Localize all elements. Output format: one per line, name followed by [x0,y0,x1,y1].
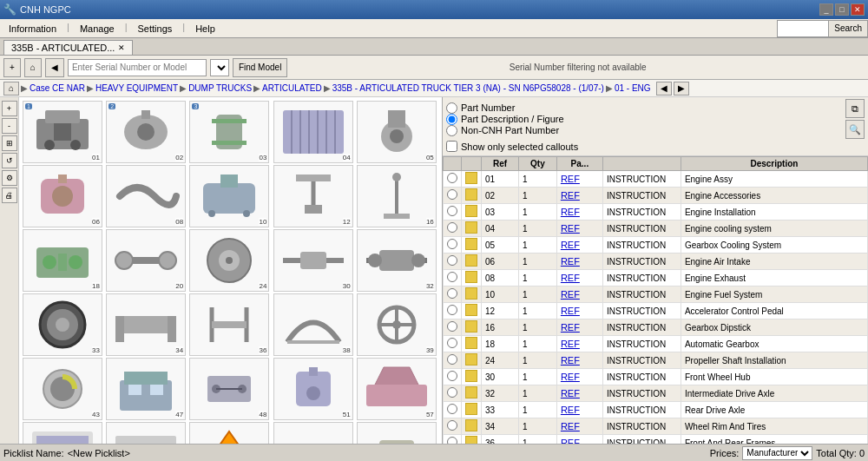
table-row[interactable]: 08 1 REF INSTRUCTION Engine Exhaust [444,270,868,286]
settings-btn[interactable]: ⚙ [2,170,17,186]
diagram-cell[interactable]: 38 [273,293,353,356]
part-radio[interactable] [447,321,457,332]
part-radio[interactable] [447,239,457,249]
ref-link[interactable]: REF [561,223,580,234]
table-row[interactable]: 10 1 REF INSTRUCTION Engine Fuel System [444,286,868,303]
breadcrumb-articulated[interactable]: ARTICULATED [262,83,322,93]
table-row[interactable]: 02 1 REF INSTRUCTION Engine Accessories [444,188,868,204]
fit-view-button[interactable]: ⊞ [2,135,17,151]
diagram-cell[interactable]: 57 [357,358,437,420]
ref-link[interactable]: REF [561,421,580,431]
table-row[interactable]: 18 1 REF INSTRUCTION Automatic Gearbox [444,336,868,352]
row-radio-cell[interactable] [444,254,462,270]
model-select[interactable] [210,59,229,76]
row-part[interactable]: REF [556,369,602,385]
diagram-cell[interactable]: 47 [106,358,186,420]
row-radio-cell[interactable] [444,204,462,221]
row-radio-cell[interactable] [444,286,462,303]
part-radio[interactable] [447,338,457,348]
diagram-cell[interactable]: 51 [273,358,353,420]
diagram-cell[interactable]: 43 [23,358,102,420]
col-qty[interactable]: Qty [518,157,556,171]
row-radio-cell[interactable] [444,237,462,254]
part-radio[interactable] [447,404,457,414]
part-radio[interactable] [447,437,457,444]
breadcrumb-back-btn[interactable]: ⌂ [3,82,19,95]
diagram-cell[interactable]: 10 [189,165,269,227]
diagram-cell[interactable]: 18 [23,229,102,292]
diagram-cell[interactable]: 33 [23,293,102,356]
ref-link[interactable]: REF [561,438,580,444]
diagram-cell[interactable]: 16 [357,165,437,227]
tab-335b[interactable]: 335B - ARTICULATED... ✕ [3,40,133,55]
table-row[interactable]: 12 1 REF INSTRUCTION Accelerator Control… [444,303,868,319]
diagram-area[interactable]: 1012023030405060810121618202430323334363… [19,97,442,444]
row-radio-cell[interactable] [444,336,462,352]
part-radio[interactable] [447,387,457,398]
row-radio-cell[interactable] [444,385,462,402]
row-part[interactable]: REF [556,286,602,303]
row-radio-cell[interactable] [444,188,462,204]
ref-link[interactable]: REF [561,372,580,382]
ref-link[interactable]: REF [561,190,580,201]
ref-link[interactable]: REF [561,388,580,398]
diagram-cell[interactable]: 34 [106,293,186,356]
row-part[interactable]: REF [556,352,602,369]
ref-link[interactable]: REF [561,306,580,316]
row-part[interactable]: REF [556,336,602,352]
diagram-cell[interactable]: !61 [189,422,269,444]
row-part[interactable]: REF [556,254,602,270]
radio-part-number-input[interactable] [446,102,457,114]
zoom-in-button[interactable]: + [2,101,17,116]
part-radio[interactable] [447,420,457,431]
col-description[interactable]: Description [681,157,867,171]
ref-link[interactable]: REF [561,339,580,349]
radio-non-cnh[interactable]: Non-CNH Part Number [446,125,564,136]
row-radio-cell[interactable] [444,418,462,435]
row-radio-cell[interactable] [444,369,462,385]
rotate-button[interactable]: ↺ [2,153,17,168]
search-button[interactable]: Search [829,20,868,37]
table-row[interactable]: 06 1 REF INSTRUCTION Engine Air Intake [444,254,868,270]
part-radio[interactable] [447,305,457,315]
col-desc-type[interactable] [602,157,681,171]
close-button[interactable]: ✕ [851,3,865,16]
diagram-cell[interactable]: 36 [189,293,269,356]
radio-part-desc-input[interactable] [446,114,457,125]
ref-link[interactable]: REF [561,240,580,250]
table-row[interactable]: 24 1 REF INSTRUCTION Propeller Shaft Ins… [444,352,868,369]
find-model-button[interactable]: Find Model [233,58,287,77]
part-radio[interactable] [447,222,457,233]
table-row[interactable]: 36 1 REF INSTRUCTION Front And Rear Fram… [444,435,868,445]
row-part[interactable]: REF [556,402,602,418]
toolbar-nav-btn[interactable]: ◀ [45,58,64,77]
ref-link[interactable]: REF [561,256,580,267]
part-radio[interactable] [447,189,457,200]
diagram-cell[interactable]: 303 [189,101,269,163]
row-radio-cell[interactable] [444,221,462,237]
row-part[interactable]: REF [556,221,602,237]
part-radio[interactable] [447,206,457,216]
ref-link[interactable]: REF [561,273,580,283]
col-ref[interactable]: Ref [482,157,519,171]
toolbar-home-button[interactable]: ⌂ [24,58,42,77]
table-row[interactable]: 33 1 REF INSTRUCTION Rear Drive Axle [444,402,868,418]
minimize-button[interactable]: _ [819,3,833,16]
nav-back-button[interactable]: ◀ [656,82,672,95]
print-button[interactable]: 🖨 [2,188,17,203]
row-part[interactable]: REF [556,188,602,204]
show-callouts-checkbox[interactable] [446,141,457,152]
diagram-cell[interactable]: 04 [273,101,353,163]
diagram-cell[interactable]: 06 [23,165,102,227]
row-radio-cell[interactable] [444,270,462,286]
menu-information[interactable]: Information [0,22,65,36]
breadcrumb-model[interactable]: 335B - ARTICULATED TRUCK TIER 3 (NA) - S… [332,83,604,93]
diagram-cell[interactable]: 05 [357,101,437,163]
diagram-cell[interactable]: 202 [106,101,186,163]
ref-link[interactable]: REF [561,405,580,415]
row-radio-cell[interactable] [444,435,462,445]
diagram-cell[interactable]: 58 [23,422,102,444]
tab-close-button[interactable]: ✕ [118,43,125,52]
table-row[interactable]: 01 1 REF INSTRUCTION Engine Assy [444,171,868,188]
row-radio-cell[interactable] [444,352,462,369]
